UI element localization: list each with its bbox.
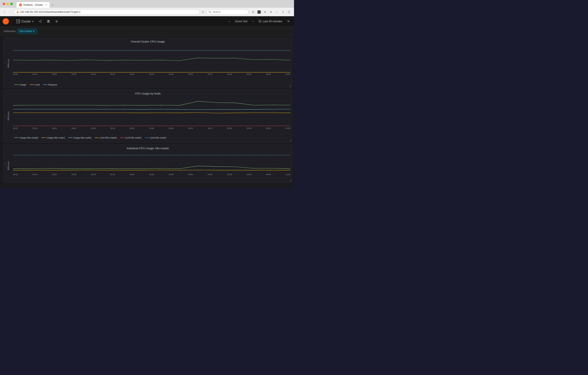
menu-icon[interactable]: ☰ — [286, 10, 292, 15]
chart1-legend: Usage Limit Request — [4, 83, 292, 88]
chart-area-3: Millicores — [4, 151, 292, 181]
legend-usage-node2-line — [68, 138, 73, 138]
time-range-button[interactable]: Last 30 minutes — [257, 19, 284, 24]
legend-usage-node1-line — [42, 138, 46, 138]
download-icon[interactable]: ⬇ — [268, 10, 273, 15]
share-icon — [39, 20, 42, 23]
search-placeholder: Search — [213, 11, 221, 13]
chart-title-3: Individual CPU Usage: k8s-master — [4, 145, 292, 151]
legend-usage-line — [14, 85, 19, 85]
chart-panel-individual-cpu: ⠿ Individual CPU Usage: k8s-master Milli… — [3, 144, 292, 183]
save-button[interactable] — [45, 19, 52, 24]
grafana-header: Cluster ▾ ‹ Zoom Out › Last 30 minutes ↻ — [0, 16, 294, 27]
legend-limit-node1-label: Limit k8s-node1 — [125, 136, 142, 139]
resize-handle-3[interactable]: ⊞ — [290, 180, 291, 182]
legend-request-label: Request — [48, 83, 57, 86]
back-button[interactable]: ‹ — [2, 10, 6, 14]
legend-usage-master-line — [14, 138, 19, 138]
svg-line-7 — [40, 21, 41, 22]
legend-usage-node2-label: Usage k8s-node2 — [73, 136, 92, 139]
address-bar[interactable]: 🔒 192.168.56.105:32314/dashboard/db/clus… — [13, 9, 200, 15]
nodename-value: k8s-master — [20, 30, 32, 33]
close-button[interactable] — [2, 3, 5, 5]
tab-favicon — [19, 3, 22, 6]
legend-usage-label: Usage — [20, 83, 26, 86]
browser-toolbar: ‹ › 🔒 192.168.56.105:32314/dashboard/db/… — [0, 8, 294, 16]
dropdown-arrow: ▾ — [32, 20, 33, 23]
nodename-dropdown[interactable]: k8s-master ▾ — [17, 29, 37, 34]
forward-button[interactable]: › — [8, 10, 11, 14]
legend-limit-node2: Limit k8s-node2 — [145, 136, 167, 139]
legend-limit-node2-label: Limit k8s-node2 — [150, 136, 167, 139]
pocket-icon[interactable]: ♥ — [262, 10, 268, 15]
legend-usage-master: Usage k8s-master — [14, 136, 39, 139]
chart-area-1: Millicores — [4, 44, 292, 83]
legend-usage-node1-label: Usage k8s-node1 — [47, 136, 65, 139]
zoom-out-prev-button[interactable]: ‹ — [227, 19, 231, 24]
legend-request-line — [43, 85, 47, 85]
settings-button[interactable] — [53, 19, 60, 24]
settings-icon — [55, 20, 58, 23]
browser-toolbar-icons: ★ ⬛ ♥ ⬇ ⌂ ℹ ☰ — [251, 10, 292, 15]
legend-limit-node1-line — [120, 138, 124, 138]
cluster-icon — [16, 20, 20, 23]
svg-point-11 — [56, 21, 57, 22]
resize-handle-1[interactable]: ⊞ — [290, 85, 291, 87]
nodename-dropdown-arrow: ▾ — [33, 30, 34, 33]
bookmark-icon[interactable]: ★ — [251, 10, 255, 15]
legend-limit: Limit — [30, 83, 40, 86]
tab-bar: Grafana - Cluster ✕ + — [16, 0, 55, 8]
home-icon[interactable]: ⌂ — [274, 10, 279, 15]
time-range-label: Last 30 minutes — [262, 20, 282, 23]
legend-usage-node1: Usage k8s-node1 — [42, 136, 65, 139]
legend-limit-master: Limit k8s-master — [95, 136, 117, 139]
share-button[interactable] — [37, 19, 43, 24]
traffic-lights — [2, 3, 13, 5]
tab-title: Grafana - Cluster — [23, 3, 43, 6]
active-tab[interactable]: Grafana - Cluster ✕ — [16, 2, 50, 8]
chart1-y-label: Millicores — [7, 59, 10, 68]
reader-icon[interactable]: ⬛ — [256, 10, 262, 15]
zoom-out-button[interactable]: Zoom Out — [233, 19, 249, 24]
svg-line-6 — [40, 20, 41, 21]
legend-usage-master-label: Usage k8s-master — [20, 136, 39, 139]
tab-close-button[interactable]: ✕ — [45, 3, 47, 6]
legend-request: Request — [43, 83, 57, 86]
filter-bar: nodename k8s-master ▾ — [0, 27, 294, 36]
chart3-y-label: Millicores — [7, 161, 10, 170]
reload-button[interactable]: ↻ — [202, 10, 204, 14]
legend-limit-line — [30, 85, 34, 85]
legend-usage: Usage — [14, 83, 26, 86]
chart2-y-label: Millicores — [7, 111, 10, 120]
resize-handle-2[interactable]: ⊞ — [290, 139, 291, 142]
chart1-svg: 1.0 K 800 600 400 200 0 — [13, 45, 290, 73]
new-tab-button[interactable]: + — [50, 2, 55, 8]
cluster-dashboard-dropdown[interactable]: Cluster ▾ — [14, 18, 35, 24]
chart-title-1: Overall Cluster CPU Usage — [4, 38, 292, 44]
legend-limit-master-label: Limit k8s-master — [100, 136, 117, 139]
svg-rect-9 — [48, 20, 49, 21]
legend-limit-node1: Limit k8s-node1 — [120, 136, 142, 139]
chart2-svg — [13, 97, 290, 127]
zoom-out-next-button[interactable]: › — [251, 19, 255, 24]
clock-icon — [259, 20, 261, 23]
refresh-button[interactable]: ↻ — [286, 19, 292, 24]
browser-search-bar[interactable]: 🔍 Search — [206, 9, 249, 15]
info-icon[interactable]: ℹ — [280, 10, 285, 15]
maximize-button[interactable] — [10, 3, 13, 5]
chart2-legend: Usage k8s-master Usage k8s-node1 Usage k… — [4, 136, 292, 141]
legend-limit-node2-line — [145, 138, 149, 138]
chart-panel-overall-cpu: ⠿ Overall Cluster CPU Usage Millicores — [3, 38, 292, 88]
url-text: 192.168.56.105:32314/dashboard/db/cluste… — [20, 11, 81, 13]
chart-area-2: Millicores — [4, 96, 292, 136]
dashboard-title: Cluster — [21, 20, 31, 23]
legend-usage-node2: Usage k8s-node2 — [68, 136, 92, 139]
save-icon — [47, 20, 50, 23]
zoom-out-label: Zoom Out — [235, 20, 247, 23]
chart3-svg — [13, 151, 290, 173]
grafana-logo[interactable] — [2, 18, 9, 25]
dashboard-content: ⠿ Overall Cluster CPU Usage Millicores — [0, 36, 294, 188]
svg-point-0 — [20, 4, 21, 6]
legend-limit-label: Limit — [35, 83, 40, 86]
minimize-button[interactable] — [6, 3, 9, 5]
